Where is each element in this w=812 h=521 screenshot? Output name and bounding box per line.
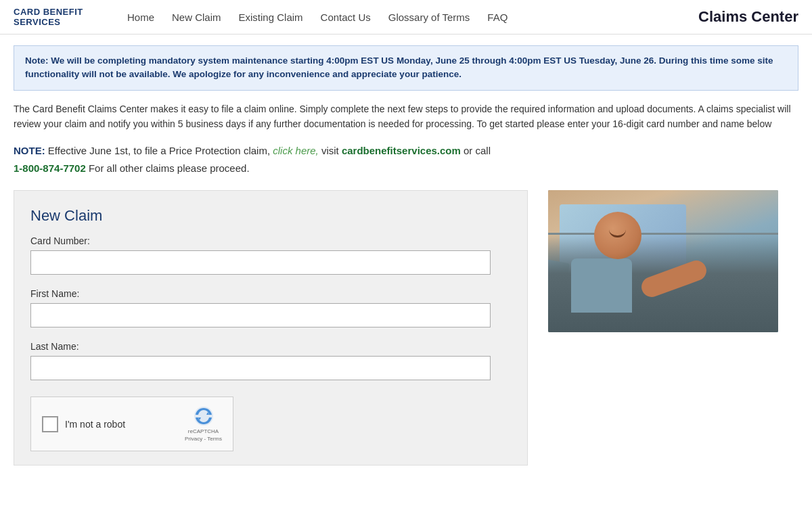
nav-faq[interactable]: FAQ <box>482 9 513 26</box>
nav-home[interactable]: Home <box>122 9 160 26</box>
logo-line1: CARD BENEFIT <box>14 7 102 17</box>
header: CARD BENEFIT SERVICES Home New Claim Exi… <box>0 0 812 35</box>
first-name-input[interactable] <box>30 303 491 327</box>
content-row: New Claim Card Number: First Name: Last … <box>14 190 798 466</box>
recaptcha-label: I'm not a robot <box>65 419 178 430</box>
note-section: NOTE: Effective June 1st, to file a Pric… <box>14 142 798 177</box>
nav-existing-claim[interactable]: Existing Claim <box>233 9 309 26</box>
click-here-link[interactable]: click here, <box>273 145 319 156</box>
first-name-group: First Name: <box>30 288 511 327</box>
card-number-label: Card Number: <box>30 235 511 246</box>
last-name-label: Last Name: <box>30 341 511 352</box>
logo[interactable]: CARD BENEFIT SERVICES <box>14 7 102 27</box>
person-body <box>571 258 632 313</box>
recaptcha-brand-text: reCAPTCHA Privacy - Terms <box>185 428 222 443</box>
side-image <box>548 190 778 332</box>
card-number-input[interactable] <box>30 250 491 275</box>
note-label: NOTE: <box>14 145 45 156</box>
first-name-label: First Name: <box>30 288 511 299</box>
note-text1: Effective June 1st, to file a Price Prot… <box>45 145 273 156</box>
note-text4: For all other claims please proceed. <box>86 162 250 174</box>
last-name-input[interactable] <box>30 356 491 380</box>
notice-banner: Note: We will be completing mandatory sy… <box>14 45 798 91</box>
intro-text: The Card Benefit Claims Center makes it … <box>14 101 798 132</box>
recaptcha-logo-area: reCAPTCHA Privacy - Terms <box>185 405 222 443</box>
recaptcha-logo-icon <box>193 405 215 427</box>
form-title: New Claim <box>30 207 511 225</box>
card-number-group: Card Number: <box>30 235 511 275</box>
website-link[interactable]: cardbenefitservices.com <box>342 145 461 156</box>
nav-new-claim[interactable]: New Claim <box>166 9 227 26</box>
recaptcha-widget[interactable]: I'm not a robot reCAPTCHA Privacy - Term… <box>30 397 233 451</box>
nav-contact-us[interactable]: Contact Us <box>315 9 376 26</box>
phone-number: 1-800-874-7702 <box>14 162 86 174</box>
car-image-illustration <box>548 190 778 332</box>
person-smile <box>609 229 626 237</box>
main-content: Note: We will be completing mandatory sy… <box>0 35 812 476</box>
page-title: Claims Center <box>698 8 798 26</box>
person-head <box>594 212 641 259</box>
notice-text: Note: We will be completing mandatory sy… <box>25 55 773 79</box>
recaptcha-checkbox[interactable] <box>42 416 58 432</box>
nav-glossary[interactable]: Glossary of Terms <box>383 9 476 26</box>
note-text3: or call <box>461 145 491 156</box>
main-nav: Home New Claim Existing Claim Contact Us… <box>122 9 698 26</box>
logo-line2: SERVICES <box>14 17 102 27</box>
last-name-group: Last Name: <box>30 341 511 380</box>
new-claim-form-box: New Claim Card Number: First Name: Last … <box>14 190 528 466</box>
note-text2: visit <box>319 145 342 156</box>
